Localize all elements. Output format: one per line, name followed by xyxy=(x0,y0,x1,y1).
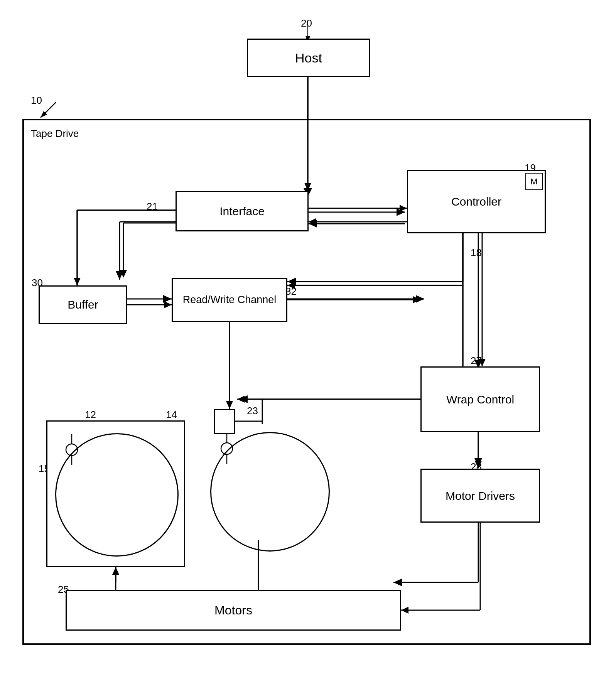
wrapcontrol-box: Wrap Control xyxy=(420,366,540,432)
svg-point-41 xyxy=(66,444,78,456)
interface-box: Interface xyxy=(176,191,309,231)
left-reel-enclosure xyxy=(46,420,185,567)
motors-box: Motors xyxy=(66,590,401,631)
readwrite-box: Read/Write Channel xyxy=(172,278,287,322)
label-12: 12 xyxy=(85,409,96,421)
buffer-label: Buffer xyxy=(68,298,98,311)
left-reel-circle xyxy=(55,433,179,557)
wrapcontrol-label: Wrap Control xyxy=(446,392,514,407)
readwrite-label: Read/Write Channel xyxy=(183,293,277,307)
tapedrive-label: Tape Drive xyxy=(31,127,79,140)
label-23: 23 xyxy=(247,405,258,417)
host-box: Host xyxy=(247,39,370,77)
controller-label: Controller xyxy=(451,195,501,208)
label-32: 32 xyxy=(285,285,297,297)
m-badge: M xyxy=(525,173,543,190)
controller-box: Controller M xyxy=(407,170,546,233)
host-label: Host xyxy=(295,51,322,66)
right-reel-area xyxy=(208,420,332,567)
svg-point-44 xyxy=(221,443,233,454)
interface-label: Interface xyxy=(219,205,265,218)
right-reel-circle xyxy=(210,432,330,552)
label-18: 18 xyxy=(471,247,482,259)
motors-label: Motors xyxy=(214,603,252,618)
buffer-box: Buffer xyxy=(39,285,127,324)
diagram-container: 10 20 Host Tape Drive 21 Interface 19 Co… xyxy=(0,0,616,680)
label-27: 27 xyxy=(471,355,482,367)
label-21: 21 xyxy=(147,201,158,213)
label-14: 14 xyxy=(166,409,177,421)
